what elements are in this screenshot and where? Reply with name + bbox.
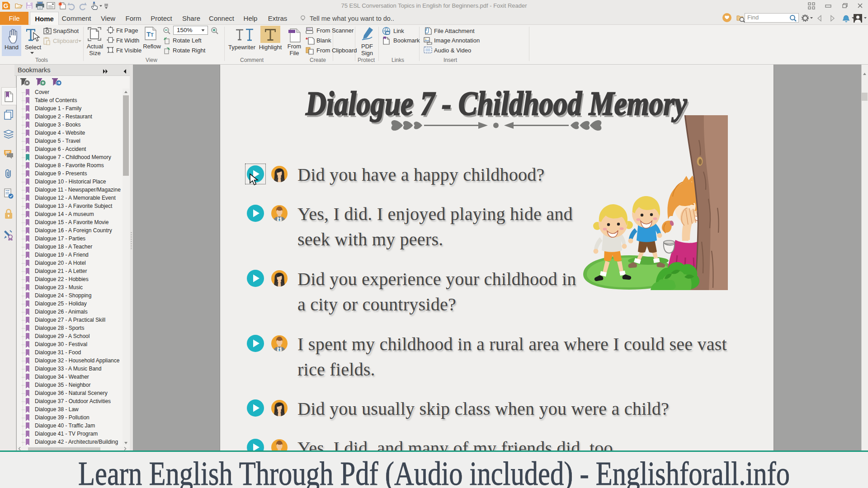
svg-text:T: T bbox=[151, 32, 154, 38]
svg-text:*: * bbox=[306, 37, 308, 43]
svg-text:G: G bbox=[4, 2, 9, 9]
svg-text:T: T bbox=[146, 30, 151, 38]
